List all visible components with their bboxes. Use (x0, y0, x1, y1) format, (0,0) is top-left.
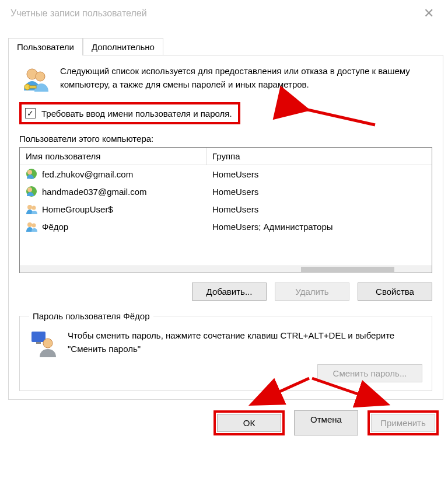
svg-rect-14 (36, 342, 41, 344)
tab-label: Дополнительно (92, 42, 155, 52)
cell-username: Фёдор (42, 222, 68, 232)
table-header-row: Имя пользователя Группа (20, 148, 432, 165)
cancel-button[interactable]: Отмена (294, 410, 358, 435)
cell-group: HomeUsers (212, 169, 258, 179)
users-keys-icon (19, 65, 51, 96)
change-password-button: Сменить пароль... (317, 364, 422, 382)
properties-button[interactable]: Свойства (358, 283, 432, 301)
cell-username: handmade037@gmail.com (42, 187, 147, 197)
svg-point-12 (32, 224, 36, 228)
change-password-label: Сменить пароль... (333, 368, 407, 378)
tab-advanced[interactable]: Дополнительно (83, 38, 163, 55)
user-buttons-row: Добавить... Удалить Свойства (19, 283, 432, 301)
col-header-username[interactable]: Имя пользователя (20, 148, 206, 165)
password-group-legend: Пароль пользователя Фёдор (29, 311, 153, 321)
table-row[interactable]: fed.zhukov@gmail.com HomeUsers (20, 165, 432, 183)
svg-line-4 (305, 109, 375, 125)
cell-group: HomeUsers (212, 204, 258, 214)
user-pair-icon (26, 221, 37, 232)
tabstrip: Пользователи Дополнительно (8, 35, 448, 55)
remove-button-label: Удалить (295, 287, 328, 297)
properties-button-label: Свойства (376, 287, 414, 297)
intro-row: Следующий список используется для предос… (19, 65, 432, 96)
require-login-checkbox-row[interactable]: ✓ Требовать ввод имени пользователя и па… (19, 102, 240, 124)
col-header-group[interactable]: Группа (206, 148, 432, 165)
add-button[interactable]: Добавить... (192, 283, 267, 301)
close-icon[interactable]: ✕ (418, 5, 440, 22)
cell-group: HomeUsers; Администраторы (212, 222, 333, 232)
svg-point-1 (36, 72, 45, 81)
checkbox-icon[interactable]: ✓ (25, 108, 36, 118)
cell-username: fed.zhukov@gmail.com (42, 169, 133, 179)
svg-point-15 (43, 339, 52, 348)
apply-label: Применить (380, 418, 426, 428)
svg-point-8 (27, 187, 32, 192)
svg-point-6 (27, 170, 32, 175)
cell-group: HomeUsers (212, 187, 258, 197)
dialog-button-row: ОК Отмена Применить (0, 400, 448, 446)
tab-label: Пользователи (17, 42, 74, 52)
password-groupbox: Пароль пользователя Фёдор Чтобы сменить … (19, 311, 432, 391)
h-scrollbar[interactable] (20, 266, 432, 273)
user-monitor-icon (29, 329, 58, 358)
users-table: Имя пользователя Группа fed.zhukov@gmail… (19, 147, 432, 273)
tab-panel: Следующий список используется для предос… (8, 55, 443, 400)
user-globe-icon (26, 186, 37, 197)
cell-username: HomeGroupUser$ (42, 204, 113, 214)
tab-users[interactable]: Пользователи (8, 38, 83, 55)
add-button-label: Добавить... (206, 287, 253, 297)
window-title: Учетные записи пользователей (10, 8, 147, 19)
svg-point-11 (27, 222, 32, 227)
remove-button: Удалить (275, 283, 349, 301)
apply-button: Применить (371, 414, 435, 432)
cancel-label: Отмена (310, 414, 342, 424)
table-row[interactable]: HomeGroupUser$ HomeUsers (20, 200, 432, 218)
ok-label: ОК (243, 418, 255, 428)
svg-point-10 (32, 206, 36, 210)
user-globe-icon (26, 168, 37, 180)
table-row[interactable]: handmade037@gmail.com HomeUsers (20, 183, 432, 200)
table-row[interactable]: Фёдор HomeUsers; Администраторы (20, 218, 432, 235)
user-pair-icon (26, 203, 37, 215)
svg-rect-3 (29, 86, 36, 88)
scrollbar-thumb[interactable] (301, 267, 394, 272)
svg-point-9 (27, 205, 32, 210)
apply-highlight: Применить (368, 410, 439, 435)
svg-rect-13 (32, 332, 46, 342)
password-help-text: Чтобы сменить пароль, нажмите сочетание … (68, 329, 422, 355)
ok-highlight: ОК (214, 410, 285, 435)
titlebar: Учетные записи пользователей ✕ (0, 0, 448, 25)
users-list-label: Пользователи этого компьютера: (19, 134, 432, 144)
require-login-label: Требовать ввод имени пользователя и паро… (41, 109, 232, 118)
intro-text: Следующий список используется для предос… (60, 65, 432, 91)
ok-button[interactable]: ОК (217, 414, 281, 432)
